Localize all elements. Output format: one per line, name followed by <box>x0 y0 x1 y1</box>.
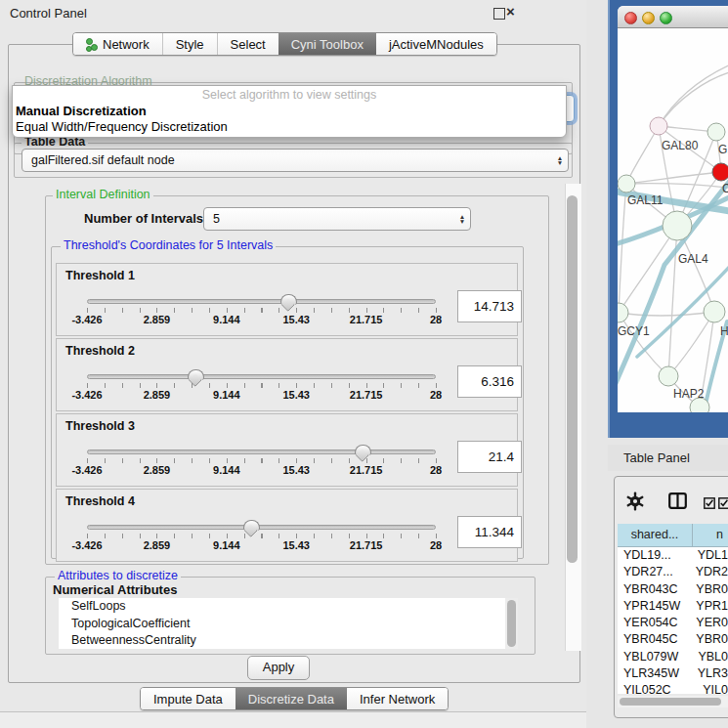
slider-scale-labels: -3.4262.8599.14415.4321.71528 <box>87 389 436 402</box>
network-edge[interactable] <box>659 64 728 126</box>
network-node[interactable] <box>712 163 728 181</box>
table-scrollbar-thumb[interactable] <box>620 698 721 706</box>
threshold-slider[interactable] <box>87 299 436 304</box>
cell-shared-name: YDR27... <box>618 564 691 580</box>
cell-name: YIL0 <box>698 682 728 694</box>
slider-track[interactable] <box>87 299 436 304</box>
attributes-list-scrollbar[interactable] <box>505 598 518 649</box>
network-node[interactable] <box>618 175 635 193</box>
network-node[interactable] <box>618 303 628 322</box>
attribute-list-item[interactable]: BetweennessCentrality <box>59 632 505 649</box>
network-icon-dot <box>86 46 92 52</box>
attribute-list-item[interactable]: TopologicalCoefficient <box>59 616 505 633</box>
numerical-attributes-list[interactable]: SelfLoopsTopologicalCoefficientBetweenne… <box>59 598 505 649</box>
slider-scale-labels: -3.4262.8599.14415.4321.71528 <box>87 539 436 552</box>
number-of-intervals-combobox[interactable]: 5 ▲▼ <box>203 207 471 231</box>
tab-infer-network[interactable]: Infer Network <box>347 688 448 709</box>
slider-thumb[interactable] <box>188 369 204 380</box>
network-icon <box>86 38 98 51</box>
table-row[interactable]: YBL079WYBL0 <box>618 649 728 665</box>
threshold-label: Threshold 4 <box>65 494 135 508</box>
table-row[interactable]: YDL19...YDL1 <box>618 547 728 564</box>
network-node[interactable] <box>650 117 667 135</box>
apply-button[interactable]: Apply <box>247 656 310 680</box>
table-row[interactable]: YLR345WYLR3 <box>618 665 728 682</box>
network-node-label: GAL80 <box>662 139 699 152</box>
scale-tick-label: 28 <box>430 314 442 325</box>
network-edge[interactable] <box>619 312 714 316</box>
network-window[interactable]: GAL80G.CGAL11GAL4GCY1HHAP2 <box>618 6 728 412</box>
number-of-intervals-value: 5 <box>204 212 454 226</box>
threshold-slider[interactable] <box>87 450 436 454</box>
attribute-list-item[interactable]: SelfLoops <box>59 598 505 616</box>
table-row[interactable]: YBR043CYBR0 <box>618 581 728 598</box>
window-zoom-icon[interactable] <box>660 12 672 24</box>
network-node-label: C <box>722 182 728 195</box>
split-columns-icon[interactable] <box>668 492 687 513</box>
cell-shared-name: YDL19... <box>618 547 693 564</box>
checkbox-icon[interactable] <box>704 495 715 513</box>
threshold-value-field[interactable]: 14.713 <box>457 290 522 322</box>
table-row[interactable]: YDR27...YDR2 <box>618 564 728 580</box>
scale-tick-label: 21.715 <box>350 464 383 476</box>
algorithm-placeholder-option[interactable]: Select algorithm to view settings <box>13 88 566 102</box>
algorithm-option-equal-width[interactable]: Equal Width/Frequency Discretization <box>16 119 228 134</box>
cell-name: YBR0 <box>691 581 728 598</box>
tab-select[interactable]: Select <box>217 33 278 55</box>
slider-track[interactable] <box>87 450 436 454</box>
close-panel-icon[interactable]: × <box>506 3 515 21</box>
attributes-scrollbar-thumb[interactable] <box>507 600 516 647</box>
slider-thumb[interactable] <box>243 520 260 531</box>
network-edge[interactable] <box>626 126 659 184</box>
scale-tick-label: 9.144 <box>213 539 240 551</box>
slider-ticks <box>87 383 437 388</box>
network-node[interactable] <box>707 123 725 141</box>
network-view-canvas[interactable]: GAL80G.CGAL11GAL4GCY1HHAP2 <box>618 28 728 412</box>
tab-label: Select <box>231 37 266 52</box>
settings-scrollbar-thumb[interactable] <box>567 195 578 563</box>
threshold-label: Threshold 1 <box>65 269 135 282</box>
network-edge[interactable] <box>619 184 626 313</box>
tab-cyni-toolbox[interactable]: Cyni Toolbox <box>278 33 376 55</box>
table-horizontal-scrollbar[interactable] <box>618 696 728 707</box>
table-row[interactable]: YIL052CYIL0 <box>618 682 728 694</box>
slider-track[interactable] <box>87 525 436 530</box>
network-node[interactable] <box>663 211 692 240</box>
table-data-combobox[interactable]: galFiltered.sif default node ▲▼ <box>21 149 569 172</box>
threshold-value-field[interactable]: 11.344 <box>457 516 522 548</box>
window-minimize-icon[interactable] <box>642 12 655 24</box>
gear-icon[interactable] <box>625 492 645 515</box>
network-edge[interactable] <box>626 172 721 184</box>
table-panel-title: Table Panel <box>623 450 690 465</box>
threshold-slider[interactable] <box>87 525 436 530</box>
window-close-icon[interactable] <box>624 12 637 24</box>
algorithm-option-manual[interactable]: Manual Discretization <box>16 104 147 118</box>
slider-thumb[interactable] <box>355 445 371 455</box>
table-row[interactable]: YER054CYER0 <box>618 615 728 631</box>
tab-style[interactable]: Style <box>162 33 217 55</box>
tab-discretize-data[interactable]: Discretize Data <box>236 688 347 709</box>
float-panel-icon[interactable] <box>493 8 505 20</box>
threshold-value-field[interactable]: 6.316 <box>457 365 522 398</box>
column-header-name[interactable]: n <box>693 524 728 546</box>
slider-track[interactable] <box>87 374 436 379</box>
table-row[interactable]: YPR145WYPR1 <box>618 598 728 615</box>
threshold-sliders: Threshold 1-3.4262.8599.14415.4321.71528… <box>56 263 518 564</box>
threshold-slider[interactable] <box>87 374 436 379</box>
scale-tick-label: 28 <box>430 539 442 551</box>
table-row[interactable]: YBR045CYBR0 <box>618 631 728 648</box>
checkbox-icon[interactable] <box>718 495 728 513</box>
tab-jactivemnodules[interactable]: jActiveMNodules <box>376 33 496 55</box>
network-node[interactable] <box>704 301 725 322</box>
threshold-panel: Threshold 2-3.4262.8599.14415.4321.71528… <box>56 338 518 411</box>
threshold-label: Threshold 2 <box>65 344 135 358</box>
network-node[interactable] <box>659 366 678 386</box>
tab-network[interactable]: Network <box>73 33 162 55</box>
tab-impute-data[interactable]: Impute Data <box>141 688 236 709</box>
network-node-label: GAL11 <box>627 193 664 207</box>
slider-thumb[interactable] <box>280 294 297 305</box>
column-header-shared-name[interactable]: shared... <box>618 524 693 546</box>
network-edge[interactable] <box>659 71 728 126</box>
threshold-value-field[interactable]: 21.4 <box>457 441 522 473</box>
network-window-titlebar[interactable] <box>618 6 728 28</box>
